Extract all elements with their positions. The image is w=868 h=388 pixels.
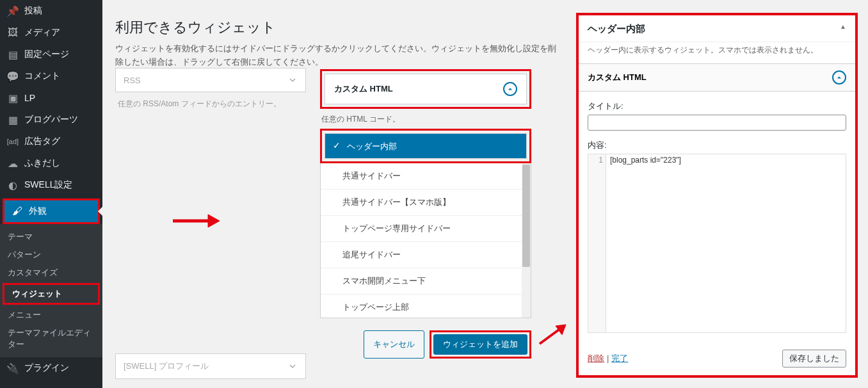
code-editor[interactable]: 1 [blog_parts id="223"] [588,154,846,333]
delete-link[interactable]: 削除 [588,353,604,363]
code-content[interactable]: [blog_parts id="223"] [606,154,846,332]
sub-customize[interactable]: カスタマイズ [0,264,102,282]
option-common-sidebar-sp[interactable]: 共通サイドバー【スマホ版】 [321,190,531,216]
sidebar-item-media[interactable]: 🖼メディア [0,22,102,44]
widget-rss[interactable]: RSS [115,68,306,92]
scrollbar[interactable] [522,163,531,318]
widget-header-custom-html[interactable]: カスタム HTML [325,74,527,104]
sidebar-item-appearance[interactable]: 🖌外観 [3,198,100,224]
sub-theme[interactable]: テーマ [0,228,102,246]
action-buttons: キャンセル ウィジェットを追加 [320,330,531,359]
saved-button[interactable]: 保存しました [782,350,846,368]
option-top-page-upper[interactable]: トップページ上部 [321,295,531,318]
sidebar-item-pages[interactable]: ▤固定ページ [0,44,102,65]
code-gutter: 1 [588,154,606,332]
lp-icon: ▣ [6,92,19,104]
scrollbar-thumb[interactable] [522,165,530,267]
widget-swell-profile[interactable]: [SWELL] プロフィール [115,353,306,379]
media-icon: 🖼 [6,26,19,39]
swell-icon: ◐ [6,179,19,191]
sidebar-item-lp[interactable]: ▣LP [0,87,102,109]
plugin-icon: 🔌 [6,362,19,375]
sub-menus[interactable]: メニュー [0,306,102,324]
sub-theme-editor[interactable]: テーマファイルエディター [0,324,102,353]
annotation-arrow-right [170,211,221,233]
content-label: 内容: [588,140,846,151]
balloon-icon: ☁ [6,157,19,170]
sidebar-item-swell[interactable]: ◐SWELL設定 [0,174,102,196]
sub-widgets[interactable]: ウィジェット [3,283,100,305]
done-link[interactable]: 完了 [611,353,628,363]
option-sticky-sidebar[interactable]: 追尾サイドバー [321,242,531,268]
sidebar-item-plugins[interactable]: 🔌プラグイン [0,357,102,379]
page-title: 利用できるウィジェット [115,18,563,37]
panel-desc: ヘッダー内に表示するウィジェット。スマホでは表示されません。 [579,42,855,63]
option-common-sidebar[interactable]: 共通サイドバー [321,163,531,190]
widget-rss-desc: 任意の RSS/Atom フィードからのエントリー。 [115,97,306,115]
sidebar-item-comments[interactable]: 💬コメント [0,65,102,87]
sidebar-item-blogparts[interactable]: ▦ブログパーツ [0,109,102,131]
chevron-down-icon [287,361,298,371]
option-top-sidebar[interactable]: トップページ専用サイドバー [321,216,531,242]
chevron-up-icon [832,70,846,85]
annotation-arrow-upright [536,323,568,352]
option-sp-menu-bottom[interactable]: スマホ開閉メニュー下 [321,268,531,295]
title-input[interactable] [588,115,846,131]
sidebar-item-ad[interactable]: [ad]広告タグ [0,131,102,152]
page-description: ウィジェットを有効化するにはサイドバーにドラッグするかクリックしてください。ウィ… [115,42,563,69]
option-header-inside[interactable]: ヘッダー内部 [325,134,526,159]
widget-add-panel: カスタム HTML 任意の HTML コード。 ヘッダー内部 共通サイドバー 共… [320,69,531,318]
chevron-down-icon [287,75,298,85]
sidebar-submenu: テーマ パターン カスタマイズ ウィジェット メニュー テーマファイルエディター [0,224,102,357]
ad-icon: [ad] [6,135,19,148]
widget-note: 任意の HTML コード。 [320,109,531,129]
chevron-up-icon [503,82,517,96]
sidebar-item-balloon[interactable]: ☁ふきだし [0,152,102,174]
pin-icon: 📌 [6,4,19,17]
panel-widget-row[interactable]: カスタム HTML [579,63,855,92]
area-select-list-rest: 共通サイドバー 共通サイドバー【スマホ版】 トップページ専用サイドバー 追尾サイ… [320,163,531,318]
panel-body: タイトル: 内容: 1 [blog_parts id="223"] [579,92,855,342]
widget-edit-panel: ヘッダー内部 ▲ ヘッダー内に表示するウィジェット。スマホでは表示されません。 … [576,13,858,378]
title-label: タイトル: [588,101,846,112]
svg-line-1 [540,330,559,344]
comment-icon: 💬 [6,70,19,83]
area-select-list: ヘッダー内部 [325,133,527,159]
panel-header[interactable]: ヘッダー内部 ▲ [579,15,855,42]
admin-sidebar: 📌投稿 🖼メディア ▤固定ページ 💬コメント ▣LP ▦ブログパーツ [ad]広… [0,0,102,388]
chevron-up-icon: ▲ [840,23,846,30]
brush-icon: 🖌 [11,205,24,218]
parts-icon: ▦ [6,113,19,126]
cancel-button[interactable]: キャンセル [364,330,424,359]
page-icon: ▤ [6,48,19,61]
panel-footer: 削除|完了 保存しました [588,350,846,368]
sub-pattern[interactable]: パターン [0,246,102,264]
add-widget-button[interactable]: ウィジェットを追加 [433,334,527,355]
sidebar-item-posts[interactable]: 📌投稿 [0,0,102,22]
